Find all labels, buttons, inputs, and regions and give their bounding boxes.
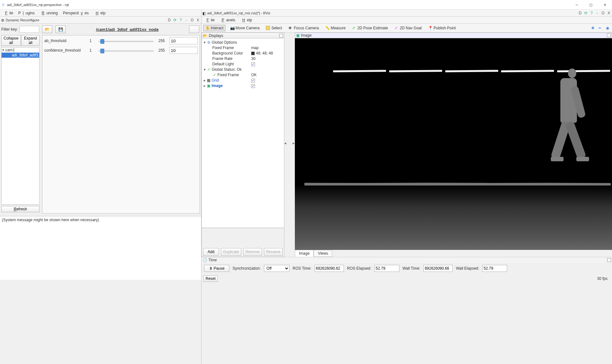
tool-label: 2D Nav Goal [400, 26, 422, 30]
panel-float-button[interactable]: O [190, 18, 195, 22]
expand-icon[interactable]: ▸ [203, 78, 207, 83]
time-panel: 🕒 Time ⏸ Pause Synchronization: Off ROS … [201, 257, 612, 364]
param-slider[interactable] [98, 50, 154, 52]
tool-focus-camera[interactable]: ✥ Focus Camera [287, 25, 321, 31]
duplicate-display-button[interactable]: Duplicate [221, 248, 241, 256]
minus-icon[interactable]: ━ [599, 26, 603, 30]
menu-plugins[interactable]: Plugins [16, 11, 36, 16]
tree-grid[interactable]: ▸ ▦ Grid ✓ [203, 77, 283, 83]
collapse-icon[interactable]: ▾ [203, 67, 207, 72]
displays-title: Displays [209, 33, 223, 38]
panel-detach-button[interactable] [607, 258, 611, 262]
menu-help[interactable]: Help [238, 18, 254, 23]
tree-global-options[interactable]: ▾ ⊚ Global Options [203, 40, 283, 45]
panel-title-text: Dynamic Reconfigure [6, 18, 39, 22]
filter-key-input[interactable] [19, 26, 39, 33]
menu-file[interactable]: File [203, 18, 216, 23]
sync-select[interactable]: Off [264, 265, 289, 272]
folder-icon: 📂 [45, 27, 50, 32]
prop-background-color[interactable]: Background Color 48; 48; 48 [203, 50, 283, 56]
collapse-icon[interactable]: ▾ [203, 40, 207, 45]
checkbox-icon[interactable]: ✓ [251, 79, 255, 83]
panel-min-button[interactable]: - [595, 11, 600, 15]
prop-default-light[interactable]: Default Light ✓ [203, 61, 283, 67]
prop-frame-rate[interactable]: Frame Rate 30 [203, 56, 283, 61]
rviz-menubar: File Panels Help [201, 17, 612, 24]
menu-perspectives[interactable]: Perspectives [61, 11, 91, 16]
status-fixed-frame[interactable]: ✓ Fixed Frame OK [203, 72, 283, 77]
tree-global-status[interactable]: ▾ ✓ Global Status: Ok [203, 67, 283, 72]
menu-panels[interactable]: Panels [218, 18, 237, 23]
grid-icon: ▦ [207, 78, 211, 83]
panel-btn-d[interactable]: D [167, 18, 172, 22]
tree-item-node[interactable]: adi_3dtof_adtf3... [2, 53, 39, 58]
tool-publish-point[interactable]: 📍 Publish Point [426, 25, 457, 31]
time-panel-header[interactable]: 🕒 Time [201, 257, 612, 263]
tool-2d-pose-estimate[interactable]: ↗ 2D Pose Estimate [350, 25, 390, 31]
close-button[interactable]: ✕ [598, 0, 612, 9]
display-grid-label[interactable]: Grid [212, 78, 251, 83]
node-close-button[interactable] [189, 25, 199, 33]
tab-image[interactable]: Image [295, 250, 314, 257]
tree-image[interactable]: ▸ ▣ Image ✓ [203, 83, 283, 88]
display-image-label[interactable]: Image [212, 84, 251, 88]
panel-detach-button[interactable] [607, 33, 611, 37]
reload-icon[interactable]: ⟳ [172, 18, 178, 22]
splitter-handle[interactable]: ◂ ▸ [284, 141, 295, 145]
panel-close-button[interactable]: X [606, 11, 611, 15]
tool-2d-nav-goal[interactable]: ↗ 2D Nav Goal [393, 25, 423, 31]
remove-display-button[interactable]: Remove [243, 248, 262, 256]
panel-btn-d[interactable]: D [578, 11, 583, 15]
panel-float-button[interactable]: O [601, 11, 606, 15]
eye-icon[interactable]: ◉ [606, 26, 610, 30]
checkbox-icon[interactable]: ✓ [251, 62, 255, 66]
ros-elapsed-value[interactable] [375, 265, 399, 272]
displays-tree[interactable]: ▾ ⊚ Global Options Fixed Frame map Backg… [202, 39, 284, 228]
expand-icon[interactable]: ▸ [203, 84, 207, 88]
pause-button[interactable]: ⏸ Pause [204, 265, 229, 272]
save-button[interactable]: 💾 [55, 25, 66, 33]
minimize-button[interactable]: — [570, 0, 584, 9]
expand-all-button[interactable]: Expand all [21, 35, 40, 46]
ros-time-value[interactable] [315, 265, 344, 272]
add-display-button[interactable]: Add [203, 248, 219, 256]
menu-running[interactable]: Running [38, 11, 60, 16]
wall-time-value[interactable] [423, 265, 453, 272]
prop-fixed-frame[interactable]: Fixed Frame map [203, 45, 283, 50]
tree-collapse-icon[interactable]: ▾ [2, 48, 5, 52]
maximize-button[interactable]: ▢ [584, 0, 598, 9]
open-button[interactable]: 📂 [42, 25, 52, 33]
os-titlebar: ⠿ adi_3dtof_adtf31xx_rqt.perspective - r… [0, 0, 612, 10]
panel-min-button[interactable]: - [184, 18, 189, 22]
tool-label: Select [271, 26, 282, 30]
tab-views[interactable]: Views [314, 250, 332, 257]
plus-icon[interactable]: ✚ [591, 26, 595, 30]
help-icon[interactable]: ? [178, 18, 183, 22]
tool-measure[interactable]: 📏 Measure [324, 25, 347, 31]
tool-interact[interactable]: ✋ Interact [203, 25, 225, 31]
param-value-input[interactable] [170, 37, 198, 44]
tree-item-cam1[interactable]: ▾ cam1 [2, 47, 39, 53]
chevron-left-icon: ◂ [284, 141, 286, 145]
panel-close-button[interactable]: X [195, 18, 200, 22]
param-value-input[interactable] [170, 47, 198, 54]
refresh-button[interactable]: Refresh [1, 206, 40, 212]
depth-image-view[interactable] [295, 38, 612, 250]
tool-move-camera[interactable]: 📷 Move Camera [229, 25, 261, 31]
tool-select[interactable]: Select [264, 25, 283, 31]
menu-help[interactable]: Help [92, 11, 107, 16]
rename-display-button[interactable]: Rename [264, 248, 283, 256]
reload-icon[interactable]: ⟳ [583, 11, 588, 15]
wall-elapsed-value[interactable] [482, 265, 507, 272]
node-tree[interactable]: ▾ cam1 adi_3dtof_adtf3... [1, 47, 40, 205]
param-slider[interactable] [98, 41, 154, 42]
help-icon[interactable]: ? [589, 11, 594, 15]
checkbox-icon[interactable]: ✓ [251, 84, 255, 88]
panel-detach-button[interactable] [279, 34, 283, 38]
reset-button[interactable]: Reset [203, 275, 218, 282]
collapse-all-button[interactable]: Collapse all [1, 35, 21, 46]
displays-header[interactable]: 📂 Displays [202, 33, 284, 39]
menu-file[interactable]: File [1, 11, 15, 16]
tool-label: Move Camera [236, 26, 259, 30]
image-panel-header[interactable]: ▣ Image [295, 33, 612, 38]
